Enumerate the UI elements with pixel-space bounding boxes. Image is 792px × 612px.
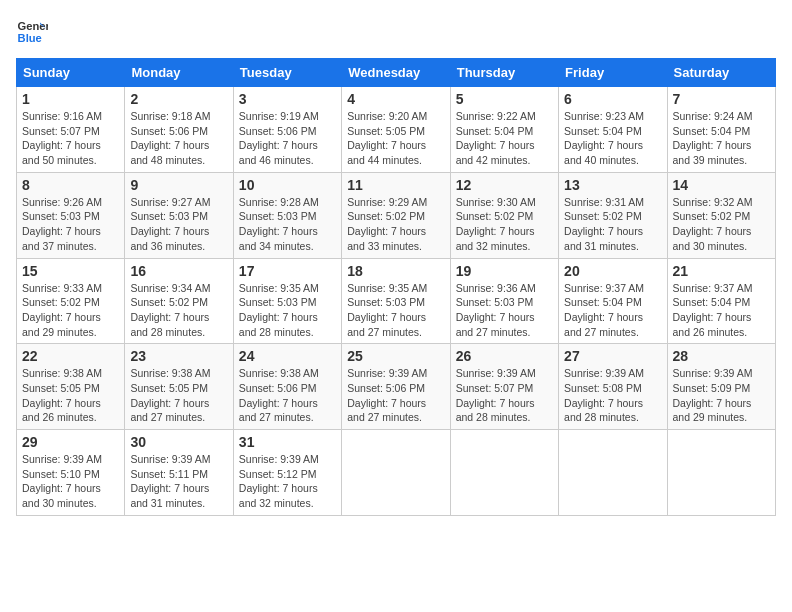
calendar-cell	[667, 430, 775, 516]
calendar-cell: 6 Sunrise: 9:23 AM Sunset: 5:04 PM Dayli…	[559, 87, 667, 173]
svg-text:Blue: Blue	[18, 32, 42, 44]
calendar-cell: 29 Sunrise: 9:39 AM Sunset: 5:10 PM Dayl…	[17, 430, 125, 516]
day-header-thursday: Thursday	[450, 59, 558, 87]
calendar-cell: 2 Sunrise: 9:18 AM Sunset: 5:06 PM Dayli…	[125, 87, 233, 173]
day-info: Sunrise: 9:36 AM Sunset: 5:03 PM Dayligh…	[456, 281, 553, 340]
calendar-cell: 27 Sunrise: 9:39 AM Sunset: 5:08 PM Dayl…	[559, 344, 667, 430]
day-info: Sunrise: 9:20 AM Sunset: 5:05 PM Dayligh…	[347, 109, 444, 168]
calendar-cell: 23 Sunrise: 9:38 AM Sunset: 5:05 PM Dayl…	[125, 344, 233, 430]
calendar-cell: 11 Sunrise: 9:29 AM Sunset: 5:02 PM Dayl…	[342, 172, 450, 258]
day-info: Sunrise: 9:16 AM Sunset: 5:07 PM Dayligh…	[22, 109, 119, 168]
day-info: Sunrise: 9:38 AM Sunset: 5:06 PM Dayligh…	[239, 366, 336, 425]
day-info: Sunrise: 9:39 AM Sunset: 5:11 PM Dayligh…	[130, 452, 227, 511]
day-info: Sunrise: 9:39 AM Sunset: 5:10 PM Dayligh…	[22, 452, 119, 511]
day-number: 3	[239, 91, 336, 107]
day-info: Sunrise: 9:22 AM Sunset: 5:04 PM Dayligh…	[456, 109, 553, 168]
day-info: Sunrise: 9:27 AM Sunset: 5:03 PM Dayligh…	[130, 195, 227, 254]
day-number: 9	[130, 177, 227, 193]
calendar-cell	[342, 430, 450, 516]
calendar-header-row: SundayMondayTuesdayWednesdayThursdayFrid…	[17, 59, 776, 87]
day-number: 15	[22, 263, 119, 279]
day-number: 13	[564, 177, 661, 193]
day-number: 16	[130, 263, 227, 279]
day-number: 29	[22, 434, 119, 450]
day-number: 8	[22, 177, 119, 193]
calendar-cell: 12 Sunrise: 9:30 AM Sunset: 5:02 PM Dayl…	[450, 172, 558, 258]
day-info: Sunrise: 9:35 AM Sunset: 5:03 PM Dayligh…	[347, 281, 444, 340]
day-number: 10	[239, 177, 336, 193]
calendar-cell: 24 Sunrise: 9:38 AM Sunset: 5:06 PM Dayl…	[233, 344, 341, 430]
day-number: 25	[347, 348, 444, 364]
day-number: 17	[239, 263, 336, 279]
day-info: Sunrise: 9:29 AM Sunset: 5:02 PM Dayligh…	[347, 195, 444, 254]
day-header-sunday: Sunday	[17, 59, 125, 87]
day-number: 27	[564, 348, 661, 364]
day-number: 21	[673, 263, 770, 279]
day-info: Sunrise: 9:38 AM Sunset: 5:05 PM Dayligh…	[22, 366, 119, 425]
day-header-wednesday: Wednesday	[342, 59, 450, 87]
day-number: 14	[673, 177, 770, 193]
day-info: Sunrise: 9:30 AM Sunset: 5:02 PM Dayligh…	[456, 195, 553, 254]
day-number: 7	[673, 91, 770, 107]
calendar-cell: 3 Sunrise: 9:19 AM Sunset: 5:06 PM Dayli…	[233, 87, 341, 173]
calendar-week-3: 15 Sunrise: 9:33 AM Sunset: 5:02 PM Dayl…	[17, 258, 776, 344]
calendar-cell: 13 Sunrise: 9:31 AM Sunset: 5:02 PM Dayl…	[559, 172, 667, 258]
day-info: Sunrise: 9:35 AM Sunset: 5:03 PM Dayligh…	[239, 281, 336, 340]
day-number: 1	[22, 91, 119, 107]
day-info: Sunrise: 9:28 AM Sunset: 5:03 PM Dayligh…	[239, 195, 336, 254]
calendar-cell: 20 Sunrise: 9:37 AM Sunset: 5:04 PM Dayl…	[559, 258, 667, 344]
day-number: 20	[564, 263, 661, 279]
calendar-cell: 16 Sunrise: 9:34 AM Sunset: 5:02 PM Dayl…	[125, 258, 233, 344]
day-number: 5	[456, 91, 553, 107]
calendar-cell: 1 Sunrise: 9:16 AM Sunset: 5:07 PM Dayli…	[17, 87, 125, 173]
day-info: Sunrise: 9:38 AM Sunset: 5:05 PM Dayligh…	[130, 366, 227, 425]
calendar-cell: 17 Sunrise: 9:35 AM Sunset: 5:03 PM Dayl…	[233, 258, 341, 344]
day-header-monday: Monday	[125, 59, 233, 87]
day-info: Sunrise: 9:32 AM Sunset: 5:02 PM Dayligh…	[673, 195, 770, 254]
day-number: 19	[456, 263, 553, 279]
day-info: Sunrise: 9:39 AM Sunset: 5:08 PM Dayligh…	[564, 366, 661, 425]
day-info: Sunrise: 9:19 AM Sunset: 5:06 PM Dayligh…	[239, 109, 336, 168]
day-header-friday: Friday	[559, 59, 667, 87]
calendar-cell: 31 Sunrise: 9:39 AM Sunset: 5:12 PM Dayl…	[233, 430, 341, 516]
calendar-cell: 25 Sunrise: 9:39 AM Sunset: 5:06 PM Dayl…	[342, 344, 450, 430]
calendar-cell: 26 Sunrise: 9:39 AM Sunset: 5:07 PM Dayl…	[450, 344, 558, 430]
day-number: 6	[564, 91, 661, 107]
calendar-cell: 8 Sunrise: 9:26 AM Sunset: 5:03 PM Dayli…	[17, 172, 125, 258]
calendar-cell: 21 Sunrise: 9:37 AM Sunset: 5:04 PM Dayl…	[667, 258, 775, 344]
calendar-cell: 4 Sunrise: 9:20 AM Sunset: 5:05 PM Dayli…	[342, 87, 450, 173]
calendar-cell: 28 Sunrise: 9:39 AM Sunset: 5:09 PM Dayl…	[667, 344, 775, 430]
calendar-cell: 18 Sunrise: 9:35 AM Sunset: 5:03 PM Dayl…	[342, 258, 450, 344]
calendar-cell: 9 Sunrise: 9:27 AM Sunset: 5:03 PM Dayli…	[125, 172, 233, 258]
calendar-week-1: 1 Sunrise: 9:16 AM Sunset: 5:07 PM Dayli…	[17, 87, 776, 173]
calendar-cell: 22 Sunrise: 9:38 AM Sunset: 5:05 PM Dayl…	[17, 344, 125, 430]
calendar-cell: 10 Sunrise: 9:28 AM Sunset: 5:03 PM Dayl…	[233, 172, 341, 258]
day-number: 26	[456, 348, 553, 364]
day-number: 4	[347, 91, 444, 107]
day-number: 28	[673, 348, 770, 364]
day-info: Sunrise: 9:33 AM Sunset: 5:02 PM Dayligh…	[22, 281, 119, 340]
day-info: Sunrise: 9:31 AM Sunset: 5:02 PM Dayligh…	[564, 195, 661, 254]
day-number: 30	[130, 434, 227, 450]
calendar-cell: 19 Sunrise: 9:36 AM Sunset: 5:03 PM Dayl…	[450, 258, 558, 344]
calendar-cell: 30 Sunrise: 9:39 AM Sunset: 5:11 PM Dayl…	[125, 430, 233, 516]
day-info: Sunrise: 9:18 AM Sunset: 5:06 PM Dayligh…	[130, 109, 227, 168]
calendar-week-4: 22 Sunrise: 9:38 AM Sunset: 5:05 PM Dayl…	[17, 344, 776, 430]
day-header-saturday: Saturday	[667, 59, 775, 87]
day-number: 23	[130, 348, 227, 364]
calendar-week-5: 29 Sunrise: 9:39 AM Sunset: 5:10 PM Dayl…	[17, 430, 776, 516]
day-number: 24	[239, 348, 336, 364]
day-number: 22	[22, 348, 119, 364]
day-header-tuesday: Tuesday	[233, 59, 341, 87]
day-info: Sunrise: 9:39 AM Sunset: 5:09 PM Dayligh…	[673, 366, 770, 425]
day-info: Sunrise: 9:37 AM Sunset: 5:04 PM Dayligh…	[673, 281, 770, 340]
day-info: Sunrise: 9:39 AM Sunset: 5:12 PM Dayligh…	[239, 452, 336, 511]
calendar-table: SundayMondayTuesdayWednesdayThursdayFrid…	[16, 58, 776, 516]
day-number: 12	[456, 177, 553, 193]
day-number: 11	[347, 177, 444, 193]
calendar-cell	[559, 430, 667, 516]
day-number: 31	[239, 434, 336, 450]
calendar-cell: 15 Sunrise: 9:33 AM Sunset: 5:02 PM Dayl…	[17, 258, 125, 344]
calendar-cell	[450, 430, 558, 516]
day-number: 18	[347, 263, 444, 279]
